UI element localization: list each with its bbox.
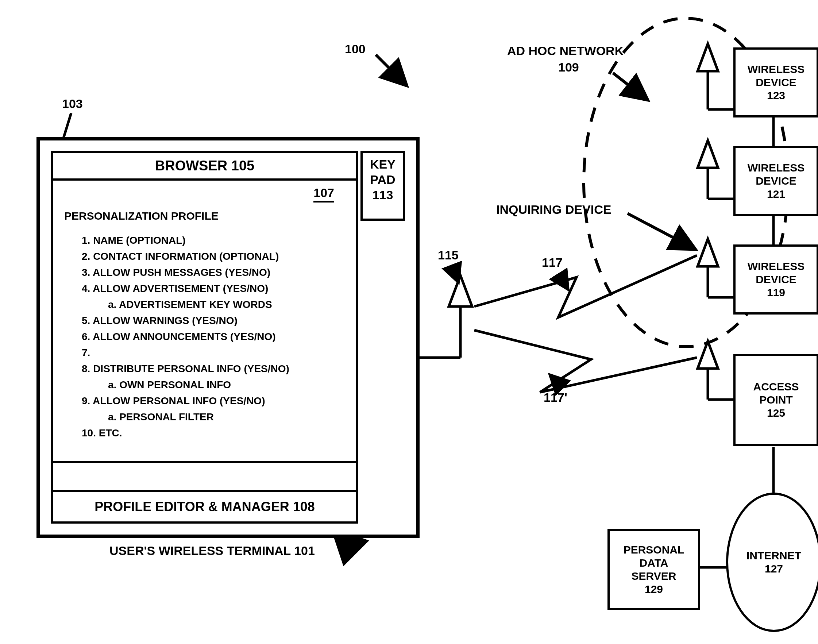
svg-line-5 [452, 266, 458, 281]
profile-item: 6. ALLOW ANNOUNCEMENTS (YES/NO) [64, 329, 345, 345]
device-label: ACCESS [738, 380, 814, 393]
link-117p [474, 330, 697, 392]
profile-item: 2. CONTACT INFORMATION (OPTIONAL) [64, 248, 345, 265]
personal-data-server-129: PERSONAL DATA SERVER 129 [608, 529, 700, 610]
antenna-119 [698, 239, 733, 297]
profile-item: a. ADVERTISEMENT KEY WORDS [64, 297, 345, 313]
profile-item: 5. ALLOW WARNINGS (YES/NO) [64, 313, 345, 329]
device-ref: 119 [738, 286, 814, 299]
profile-item: 10. ETC. [64, 425, 345, 441]
profile-item: 8. DISTRIBUTE PERSONAL INFO (YES/NO) [64, 361, 345, 377]
ref-adhoc-title: AD HOC NETWORK [507, 44, 623, 58]
device-ref: 125 [738, 406, 814, 420]
ref-103: 103 [62, 97, 83, 111]
link-117 [474, 255, 697, 317]
ref-117p: 117' [544, 390, 567, 405]
ref-100: 100 [345, 42, 366, 56]
terminal-caption: USER'S WIRELESS TERMINAL 101 [109, 544, 315, 558]
device-ref: 121 [738, 187, 814, 201]
profile-item: 7. [64, 345, 345, 361]
device-label: DEVICE [738, 175, 814, 187]
svg-line-17 [628, 213, 693, 248]
internet-label: INTERNET [746, 549, 801, 562]
ref-109: 109 [558, 60, 579, 74]
keypad-line3: 113 [363, 187, 403, 202]
device-label: WIRELESS [738, 161, 814, 175]
internet-127: INTERNET 127 [726, 492, 818, 632]
device-label: WIRELESS [738, 260, 814, 273]
profile-item: 1. NAME (OPTIONAL) [64, 232, 345, 248]
profile-item: 4. ALLOW ADVERTISEMENT (YES/NO) [64, 281, 345, 297]
svg-line-16 [613, 73, 646, 98]
device-ref: 129 [612, 583, 696, 596]
svg-line-0 [376, 55, 405, 84]
antenna-123 [698, 44, 733, 109]
keypad-line1: KEY [363, 156, 403, 172]
device-ref: 123 [738, 89, 814, 102]
device-label: SERVER [612, 570, 696, 583]
wireless-device-119: WIRELESS DEVICE 119 [733, 244, 818, 314]
device-label: POINT [738, 393, 814, 406]
device-label: PERSONAL [612, 543, 696, 557]
access-point-125: ACCESS POINT 125 [733, 354, 818, 446]
browser-content: PERSONALIZATION PROFILE 1. NAME (OPTIONA… [53, 181, 356, 441]
antenna-121 [698, 141, 733, 199]
diagram-canvas: 100 103 AD HOC NETWORK 109 115 117 117' … [0, 0, 818, 644]
device-label: DATA [612, 557, 696, 570]
browser-title: BROWSER 105 [53, 153, 356, 181]
wireless-device-121: WIRELESS DEVICE 121 [733, 146, 818, 216]
antenna-access-point [698, 341, 733, 400]
ref-117: 117 [542, 255, 562, 270]
profile-editor-bar: PROFILE EDITOR & MANAGER 108 [53, 492, 356, 521]
internet-ref: 127 [765, 562, 783, 575]
profile-list: 1. NAME (OPTIONAL)2. CONTACT INFORMATION… [64, 232, 345, 441]
profile-item: a. OWN PERSONAL INFO [64, 377, 345, 393]
keypad-line2: PAD [363, 172, 403, 187]
device-label: DEVICE [738, 76, 814, 89]
keypad[interactable]: KEY PAD 113 [360, 151, 405, 221]
profile-item: a. PERSONAL FILTER [64, 409, 345, 425]
wireless-device-123: WIRELESS DEVICE 123 [733, 48, 818, 118]
profile-item: 9. ALLOW PERSONAL INFO (YES/NO) [64, 393, 345, 409]
profile-heading: PERSONALIZATION PROFILE [64, 210, 345, 222]
user-wireless-terminal: BROWSER 105 107 PERSONALIZATION PROFILE … [37, 137, 420, 538]
browser-window: BROWSER 105 107 PERSONALIZATION PROFILE … [51, 151, 358, 524]
device-label: DEVICE [738, 273, 814, 286]
antenna-115 [449, 276, 472, 357]
ref-inquiring-device: INQUIRING DEVICE [496, 202, 611, 217]
profile-item: 3. ALLOW PUSH MESSAGES (YES/NO) [64, 265, 345, 281]
device-label: WIRELESS [738, 63, 814, 76]
ref-115: 115 [438, 248, 459, 262]
